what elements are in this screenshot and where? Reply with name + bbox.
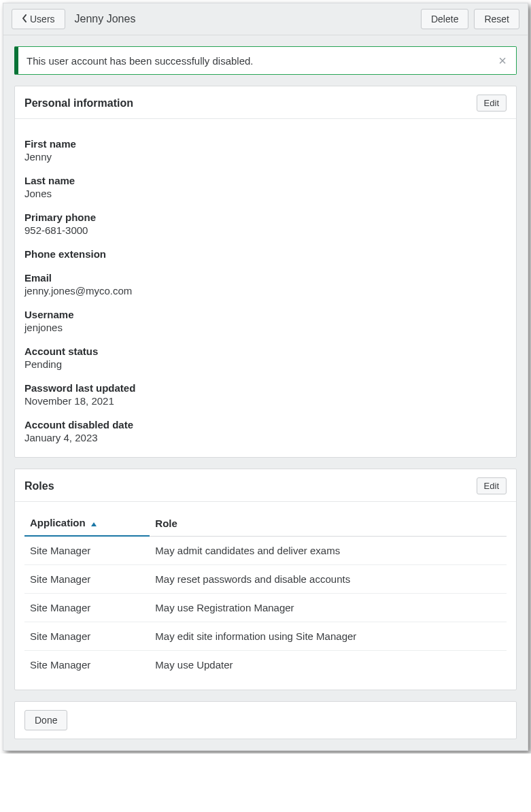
cell-application: Site Manager [24,622,150,651]
topbar: Users Jenny Jones Delete Reset [3,3,528,35]
phone-ext-label: Phone extension [24,248,507,260]
col-role-label: Role [155,518,177,529]
cell-role: May reset passwords and disable accounts [150,565,507,594]
first-name-value: Jenny [24,151,507,163]
primary-phone-label: Primary phone [24,212,507,223]
account-status-label: Account status [24,345,507,357]
back-users-button[interactable]: Users [12,9,65,29]
email-value: jenny.jones@myco.com [24,285,507,297]
email-label: Email [24,272,507,284]
col-application-header[interactable]: Application [24,509,150,536]
col-role-header[interactable]: Role [150,509,507,536]
delete-button[interactable]: Delete [421,9,468,29]
username-label: Username [24,309,507,320]
col-application-label: Application [30,517,86,528]
table-row: Site ManagerMay use Registration Manager [24,594,507,622]
alert-close-button[interactable]: × [496,54,509,67]
personal-info-panel: Personal information Edit First name Jen… [14,86,517,458]
alert-message: This user account has been successfully … [27,55,496,67]
reset-button[interactable]: Reset [474,9,519,29]
last-name-label: Last name [24,175,507,186]
table-row: Site ManagerMay admit candidates and del… [24,536,507,565]
cell-role: May use Registration Manager [150,594,507,622]
cell-role: May admit candidates and deliver exams [150,536,507,565]
sort-asc-icon [91,517,97,528]
roles-title: Roles [24,480,477,492]
pwd-updated-value: November 18, 2021 [24,395,507,407]
chevron-left-icon [22,14,29,24]
disabled-date-value: January 4, 2023 [24,432,507,443]
footer-panel: Done [14,701,517,739]
table-row: Site ManagerMay edit site information us… [24,622,507,651]
success-alert: This user account has been successfully … [14,46,517,75]
cell-application: Site Manager [24,594,150,622]
pwd-updated-label: Password last updated [24,382,507,394]
done-button[interactable]: Done [24,710,67,730]
first-name-label: First name [24,138,507,150]
account-status-value: Pending [24,358,507,370]
table-row: Site ManagerMay reset passwords and disa… [24,565,507,594]
cell-application: Site Manager [24,651,150,679]
disabled-date-label: Account disabled date [24,419,507,430]
cell-role: May edit site information using Site Man… [150,622,507,651]
close-icon: × [498,53,507,68]
cell-application: Site Manager [24,536,150,565]
roles-panel: Roles Edit Application [14,469,517,690]
roles-table: Application Role Site ManagerMay [24,509,507,679]
table-row: Site ManagerMay use Updater [24,651,507,679]
cell-role: May use Updater [150,651,507,679]
cell-application: Site Manager [24,565,150,594]
last-name-value: Jones [24,188,507,199]
primary-phone-value: 952-681-3000 [24,224,507,236]
page-title: Jenny Jones [75,13,136,25]
edit-roles-button[interactable]: Edit [477,477,507,494]
back-users-label: Users [30,14,55,24]
personal-info-title: Personal information [24,97,477,109]
username-value: jenjones [24,322,507,333]
edit-personal-button[interactable]: Edit [477,95,507,112]
